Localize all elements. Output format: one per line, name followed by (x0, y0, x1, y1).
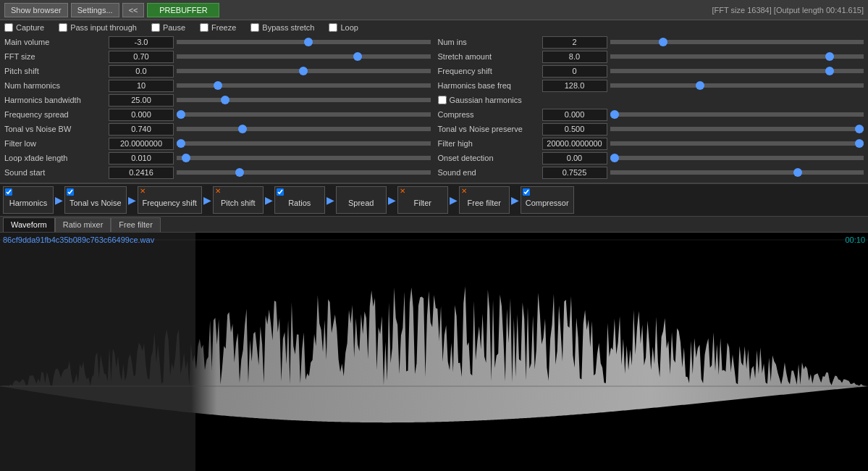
param-label-left-0: Main volume (4, 38, 106, 46)
param-slider-container-left-1 (177, 51, 431, 62)
params-right: Num insStretch amountFrequency shiftHarm… (438, 35, 864, 180)
back-button[interactable]: << (122, 3, 145, 17)
param-value-left-9[interactable] (109, 167, 174, 179)
param-value-left-8[interactable] (109, 152, 174, 164)
param-value-right-3[interactable] (542, 80, 607, 92)
capture-checkbox-item: Capture (4, 23, 44, 32)
chain-block-pitchshift[interactable]: ✕Pitch shift (213, 186, 264, 214)
prebuffer-button[interactable]: PREBUFFER (147, 3, 219, 17)
chain-arrow-2: ▶ (202, 194, 213, 206)
param-label-left-3: Num harmonics (4, 81, 106, 90)
param-label-right-0: Num ins (438, 38, 539, 46)
pause-checkbox[interactable] (151, 23, 160, 32)
param-slider-left-9[interactable] (177, 170, 431, 175)
param-slider-container-left-9 (177, 167, 431, 178)
param-row-right-8: Onset detection (438, 151, 864, 165)
param-slider-container-right-9 (610, 167, 864, 178)
capture-checkbox[interactable] (4, 23, 13, 32)
param-slider-container-right-8 (610, 153, 864, 163)
param-value-right-1[interactable] (542, 51, 607, 63)
param-slider-left-8[interactable] (177, 156, 431, 160)
param-row-right-3: Harmonics base freq (438, 78, 864, 93)
tab-ratio-mixer[interactable]: Ratio mixer (55, 217, 111, 232)
chain-block-checkbox-4[interactable] (277, 188, 284, 196)
param-value-left-2[interactable] (109, 65, 174, 78)
chain-block-checkbox-8[interactable] (523, 188, 530, 196)
param-slider-right-7[interactable] (610, 141, 864, 146)
param-label-right-5: Compress (438, 110, 539, 119)
param-slider-left-2[interactable] (177, 69, 431, 73)
param-value-left-6[interactable] (109, 123, 174, 136)
param-slider-right-3[interactable] (610, 83, 864, 88)
param-slider-left-6[interactable] (177, 127, 431, 131)
param-value-left-5[interactable] (109, 109, 174, 121)
chain-item-7: ✕Free filter▶ (459, 184, 521, 216)
param-slider-left-5[interactable] (177, 112, 431, 117)
param-label-right-7: Filter high (438, 139, 539, 148)
show-browser-button[interactable]: Show browser (4, 3, 68, 17)
bypass-stretch-checkbox-item: Bypass stretch (250, 23, 314, 32)
chain-block-frequencyshift[interactable]: ✕Frequency shift (138, 186, 202, 214)
param-slider-right-1[interactable] (610, 54, 864, 59)
param-row-left-1: FFT size (4, 49, 431, 64)
gaussian-harmonics-checkbox[interactable] (438, 96, 447, 104)
freeze-checkbox[interactable] (200, 23, 208, 32)
param-value-right-6[interactable] (542, 123, 607, 136)
tab-waveform[interactable]: Waveform (3, 217, 55, 232)
tab-free-filter[interactable]: Free filter (111, 217, 160, 232)
chain-block-spread[interactable]: Spread (336, 186, 387, 214)
param-value-right-5[interactable] (542, 109, 607, 121)
param-value-left-1[interactable] (109, 51, 174, 63)
param-slider-left-3[interactable] (177, 83, 431, 88)
param-value-left-3[interactable] (109, 80, 174, 92)
param-slider-left-4[interactable] (177, 98, 431, 102)
param-row-left-9: Sound start (4, 165, 431, 180)
chain-block-filter[interactable]: ✕Filter (397, 186, 448, 214)
gaussian-harmonics-label: Gaussian harmonics (450, 96, 522, 104)
param-value-right-8[interactable] (542, 152, 607, 164)
loop-checkbox[interactable] (329, 23, 337, 32)
chain-block-label-7: Free filter (468, 199, 501, 207)
param-value-left-7[interactable] (109, 138, 174, 150)
pass-input-label: Pass input through (70, 23, 137, 32)
param-slider-left-7[interactable] (177, 141, 431, 146)
param-label-left-8: Loop xfade length (4, 154, 106, 162)
param-value-right-0[interactable] (542, 36, 607, 49)
param-value-right-9[interactable] (542, 167, 607, 179)
chain-block-ratios[interactable]: Ratios (274, 186, 325, 214)
param-slider-left-0[interactable] (177, 40, 431, 44)
param-label-right-8: Onset detection (438, 154, 539, 162)
param-slider-right-0[interactable] (610, 40, 864, 44)
param-slider-right-9[interactable] (610, 170, 864, 175)
chain-arrow-3: ▶ (264, 194, 274, 206)
param-label-left-2: Pitch shift (4, 67, 106, 75)
param-label-right-2: Frequency shift (438, 67, 539, 75)
param-value-right-2[interactable] (542, 65, 607, 78)
param-value-left-4[interactable] (109, 94, 174, 107)
chain-block-checkbox-1[interactable] (67, 188, 74, 196)
chain-block-checkbox-0[interactable] (5, 188, 12, 196)
chain-block-harmonics[interactable]: Harmonics (3, 186, 54, 214)
chain-block-label-5: Spread (348, 199, 374, 207)
param-slider-right-8[interactable] (610, 156, 864, 160)
param-slider-left-1[interactable] (177, 54, 431, 59)
param-slider-container-left-0 (177, 37, 431, 47)
param-slider-right-6[interactable] (610, 127, 864, 131)
chain-item-3: ✕Pitch shift▶ (213, 184, 274, 216)
param-slider-right-5[interactable] (610, 112, 864, 117)
chain-block-label-8: Compressor (526, 199, 569, 207)
bypass-stretch-checkbox[interactable] (250, 23, 259, 32)
chain-block-compressor[interactable]: Compressor (521, 186, 574, 214)
param-value-left-0[interactable] (109, 36, 174, 49)
pass-input-checkbox[interactable] (59, 23, 67, 32)
settings-button[interactable]: Settings... (71, 3, 119, 17)
chain-block-x-6: ✕ (400, 188, 405, 195)
chain-block-freefilter[interactable]: ✕Free filter (459, 186, 510, 214)
param-slider-container-right-0 (610, 37, 864, 47)
chain-block-label-2: Frequency shift (143, 199, 197, 207)
param-slider-container-left-3 (177, 80, 431, 91)
param-slider-right-2[interactable] (610, 69, 864, 73)
chain-block-tonalvsnoise[interactable]: Tonal vs Noise (64, 186, 127, 214)
param-value-right-7[interactable] (542, 138, 607, 150)
param-slider-container-left-2 (177, 66, 431, 76)
